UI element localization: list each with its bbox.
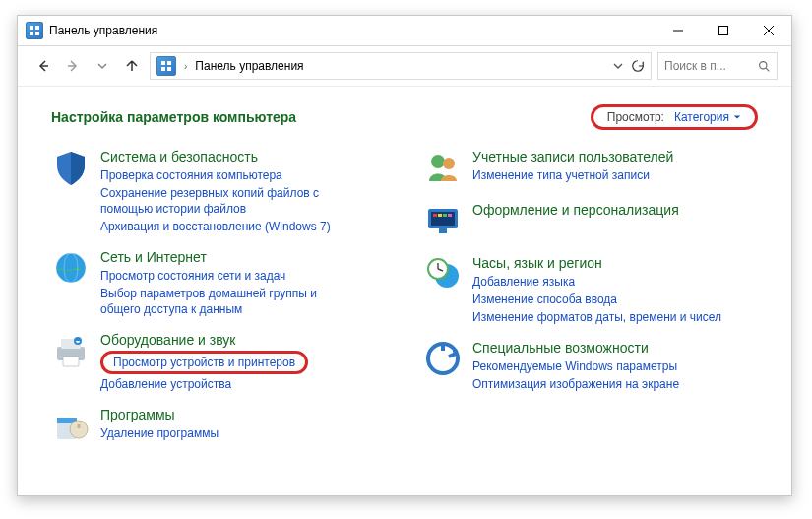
category-link[interactable]: Сохранение резервных копий файлов с помо… bbox=[100, 185, 356, 217]
category-appearance-personalization: Оформление и персонализация bbox=[423, 201, 758, 240]
monitor-icon bbox=[423, 201, 463, 240]
svg-rect-0 bbox=[30, 26, 33, 30]
svg-rect-34 bbox=[439, 228, 447, 233]
svg-rect-13 bbox=[167, 67, 171, 71]
svg-rect-33 bbox=[448, 214, 452, 217]
chevron-right-icon: › bbox=[182, 61, 189, 72]
svg-rect-30 bbox=[433, 214, 437, 217]
category-link[interactable]: Архивация и восстановление (Windows 7) bbox=[100, 219, 356, 234]
category-title[interactable]: Оборудование и звук bbox=[100, 331, 308, 349]
category-link[interactable]: Изменение типа учетной записи bbox=[472, 167, 673, 183]
svg-rect-31 bbox=[438, 214, 442, 217]
search-input[interactable]: Поиск в п... bbox=[657, 52, 778, 80]
category-link[interactable]: Рекомендуемые Windows параметры bbox=[472, 358, 679, 374]
view-by-control: Просмотр: Категория bbox=[591, 104, 758, 130]
svg-point-14 bbox=[760, 61, 767, 68]
category-link[interactable]: Удаление программы bbox=[100, 425, 219, 441]
category-title[interactable]: Часы, язык и регион bbox=[472, 254, 721, 272]
viewby-label: Просмотр: bbox=[607, 110, 664, 124]
category-network-internet: Сеть и Интернет Просмотр состояния сети … bbox=[51, 248, 386, 317]
forward-button[interactable] bbox=[61, 54, 85, 78]
category-link[interactable]: Изменение форматов даты, времени и чисел bbox=[472, 309, 721, 325]
svg-rect-10 bbox=[161, 61, 165, 65]
category-title[interactable]: Система и безопасность bbox=[100, 148, 356, 165]
window-title: Панель управления bbox=[49, 24, 157, 37]
window-controls bbox=[656, 16, 791, 45]
devices-printers-link[interactable]: Просмотр устройств и принтеров bbox=[100, 351, 308, 374]
category-link-label: Просмотр устройств и принтеров bbox=[113, 355, 295, 370]
category-title[interactable]: Специальные возможности bbox=[472, 339, 679, 357]
category-hardware-sound: Оборудование и звук Просмотр устройств и… bbox=[51, 331, 386, 392]
programs-icon bbox=[51, 406, 91, 445]
svg-rect-1 bbox=[35, 26, 39, 30]
svg-rect-12 bbox=[161, 67, 165, 71]
category-link[interactable]: Выбор параметров домашней группы и общег… bbox=[100, 286, 356, 317]
svg-rect-3 bbox=[35, 32, 39, 35]
category-link[interactable]: Добавление языка bbox=[472, 274, 721, 290]
content-area: Настройка параметров компьютера Просмотр… bbox=[18, 87, 791, 495]
svg-rect-21 bbox=[63, 357, 79, 366]
recent-dropdown[interactable] bbox=[91, 54, 114, 78]
viewby-value: Категория bbox=[674, 110, 729, 124]
breadcrumb-item[interactable]: Панель управления bbox=[195, 59, 303, 73]
refresh-icon[interactable] bbox=[631, 59, 645, 73]
users-icon bbox=[423, 148, 463, 187]
category-link[interactable]: Просмотр состояния сети и задач bbox=[100, 268, 356, 284]
category-title[interactable]: Сеть и Интернет bbox=[100, 248, 356, 266]
caret-down-icon bbox=[733, 113, 741, 121]
svg-point-24 bbox=[70, 421, 88, 438]
search-icon bbox=[758, 60, 771, 73]
viewby-dropdown[interactable]: Категория bbox=[674, 110, 741, 124]
left-column: Система и безопасность Проверка состояни… bbox=[51, 148, 386, 445]
category-clock-language-region: Часы, язык и регион Добавление языка Изм… bbox=[423, 254, 758, 325]
svg-line-15 bbox=[766, 68, 769, 71]
maximize-button[interactable] bbox=[701, 16, 746, 45]
chevron-down-icon[interactable] bbox=[613, 61, 623, 71]
category-ease-of-access: Специальные возможности Рекомендуемые Wi… bbox=[423, 339, 758, 392]
svg-point-27 bbox=[443, 158, 455, 169]
shield-icon bbox=[51, 148, 91, 187]
category-title[interactable]: Программы bbox=[100, 406, 219, 423]
close-button[interactable] bbox=[746, 16, 791, 45]
clock-globe-icon bbox=[423, 254, 463, 293]
category-link[interactable]: Оптимизация изображения на экране bbox=[472, 376, 679, 392]
printer-icon bbox=[51, 331, 91, 370]
svg-rect-2 bbox=[30, 32, 33, 35]
addressbar: › Панель управления Поиск в п... bbox=[18, 46, 791, 87]
category-system-security: Система и безопасность Проверка состояни… bbox=[51, 148, 386, 234]
control-panel-icon bbox=[156, 56, 176, 76]
titlebar: Панель управления bbox=[18, 16, 791, 46]
search-placeholder: Поиск в п... bbox=[664, 59, 726, 73]
svg-rect-5 bbox=[719, 27, 728, 35]
control-panel-icon bbox=[26, 22, 43, 39]
globe-icon bbox=[51, 248, 91, 288]
category-user-accounts: Учетные записи пользователей Изменение т… bbox=[423, 148, 758, 187]
page-title: Настройка параметров компьютера bbox=[51, 109, 591, 125]
svg-point-26 bbox=[431, 155, 445, 168]
category-programs: Программы Удаление программы bbox=[51, 406, 386, 445]
svg-rect-11 bbox=[167, 61, 171, 65]
minimize-button[interactable] bbox=[656, 16, 701, 45]
ease-of-access-icon bbox=[423, 339, 463, 378]
category-title[interactable]: Оформление и персонализация bbox=[472, 201, 679, 219]
category-link[interactable]: Проверка состояния компьютера bbox=[100, 167, 356, 183]
category-link[interactable]: Изменение способа ввода bbox=[472, 292, 721, 307]
svg-rect-25 bbox=[78, 424, 81, 428]
up-button[interactable] bbox=[120, 54, 144, 78]
control-panel-window: Панель управления bbox=[17, 15, 792, 496]
breadcrumb[interactable]: › Панель управления bbox=[150, 52, 652, 80]
back-button[interactable] bbox=[31, 54, 55, 78]
category-title[interactable]: Учетные записи пользователей bbox=[472, 148, 673, 165]
right-column: Учетные записи пользователей Изменение т… bbox=[423, 148, 758, 445]
category-link[interactable]: Добавление устройства bbox=[100, 376, 308, 392]
svg-rect-32 bbox=[443, 214, 447, 217]
